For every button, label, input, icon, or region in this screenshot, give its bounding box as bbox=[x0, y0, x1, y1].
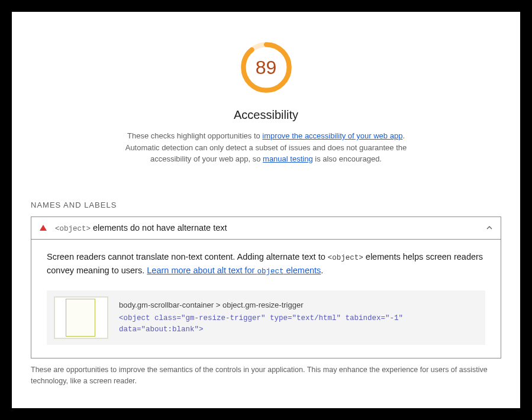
audit-title: <object> elements do not have alternate … bbox=[55, 223, 486, 233]
section-header: NAMES AND LABELS bbox=[31, 201, 501, 209]
fail-triangle-icon bbox=[40, 225, 47, 231]
audit-group: <object> elements do not have alternate … bbox=[31, 217, 501, 359]
failing-element-row: body.gm-scrollbar-container > object.gm-… bbox=[47, 290, 485, 345]
score-section: 89 Accessibility These checks highlight … bbox=[31, 40, 501, 165]
score-value: 89 bbox=[239, 40, 294, 95]
element-info: body.gm-scrollbar-container > object.gm-… bbox=[119, 296, 478, 339]
element-snippet: <object class="gm-resize-trigger" type="… bbox=[119, 313, 478, 335]
chevron-up-icon bbox=[486, 225, 492, 231]
audit-body: Screen readers cannot translate non-text… bbox=[31, 240, 501, 358]
report-page: 89 Accessibility These checks highlight … bbox=[12, 12, 520, 408]
section-footer-note: These are opportunities to improve the s… bbox=[31, 364, 501, 387]
improve-accessibility-link[interactable]: improve the accessibility of your web ap… bbox=[262, 131, 402, 140]
element-selector: body.gm-scrollbar-container > object.gm-… bbox=[119, 301, 478, 309]
category-description: These checks highlight opportunities to … bbox=[124, 130, 408, 165]
audit-header-toggle[interactable]: <object> elements do not have alternate … bbox=[31, 217, 501, 240]
score-gauge: 89 bbox=[239, 40, 294, 95]
learn-more-link[interactable]: Learn more about alt text for object ele… bbox=[147, 266, 321, 275]
element-thumbnail bbox=[54, 296, 108, 339]
manual-testing-link[interactable]: manual testing bbox=[263, 154, 313, 163]
category-title: Accessibility bbox=[31, 108, 501, 122]
audit-description: Screen readers cannot translate non-text… bbox=[47, 250, 485, 278]
